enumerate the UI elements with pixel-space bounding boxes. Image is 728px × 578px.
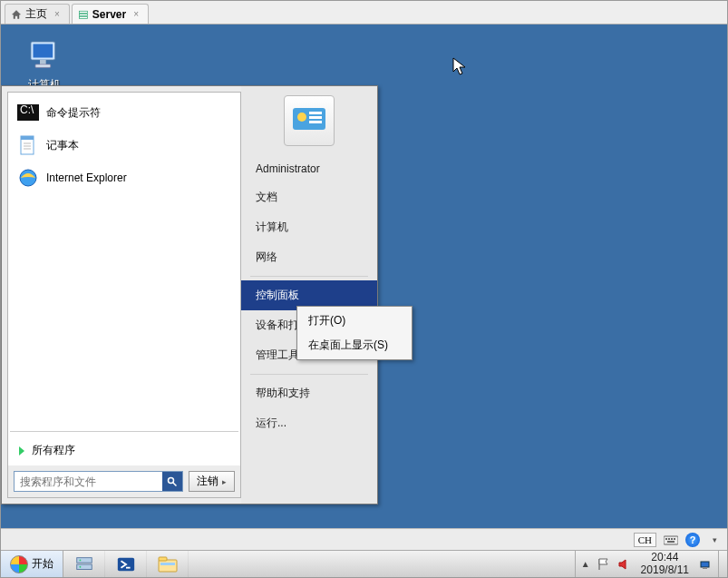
svg-rect-36 (159, 557, 167, 561)
arrow-right-icon (19, 446, 24, 456)
right-item-documents[interactable]: 文档 (241, 182, 377, 212)
svg-rect-28 (667, 541, 675, 543)
tray-clock[interactable]: 20:44 2019/8/11 (637, 552, 693, 575)
context-menu: 打开(O) 在桌面上显示(S) (296, 306, 413, 360)
svg-point-16 (169, 477, 174, 483)
server-icon (78, 9, 89, 20)
chevron-right-icon[interactable]: ▸ (222, 477, 227, 486)
svg-rect-1 (79, 14, 87, 15)
tab-server[interactable]: Server × (72, 4, 149, 24)
tab-label: 主页 (25, 6, 47, 22)
svg-point-32 (79, 565, 81, 567)
all-programs-button[interactable]: 所有程序 (8, 436, 240, 465)
tab-label: Server (92, 8, 126, 21)
right-item-user[interactable]: Administrator (241, 155, 377, 182)
program-item-cmd[interactable]: C:\ 命令提示符 (8, 96, 240, 129)
start-menu-left-pane: C:\ 命令提示符 记事本 Internet Ex (7, 92, 241, 498)
logoff-button[interactable]: 注销 ▸ (189, 471, 235, 492)
program-item-ie[interactable]: Internet Explorer (8, 162, 240, 194)
program-item-label: 记事本 (46, 138, 79, 153)
program-item-label: Internet Explorer (46, 171, 127, 184)
pinned-server-manager[interactable] (63, 551, 105, 577)
ime-bar: CH ? ▾ (1, 528, 727, 550)
svg-rect-5 (40, 60, 46, 64)
svg-rect-39 (703, 567, 707, 569)
start-search-row: 注销 ▸ (8, 465, 240, 497)
pinned-powershell[interactable] (105, 551, 147, 577)
ctx-open[interactable]: 打开(O) (299, 309, 410, 333)
svg-text:C:\: C:\ (20, 103, 34, 116)
svg-rect-29 (76, 557, 92, 563)
ie-icon (17, 167, 39, 189)
tray-time: 20:44 (641, 552, 689, 563)
right-item-help[interactable]: 帮助和支持 (241, 378, 377, 408)
tray-date: 2019/8/11 (641, 564, 689, 576)
tray-flag-icon[interactable] (597, 558, 610, 571)
svg-rect-24 (665, 538, 667, 540)
pinned-explorer[interactable] (147, 551, 189, 577)
tray-network-icon[interactable] (700, 558, 713, 571)
tray-volume-icon[interactable] (617, 558, 630, 571)
ime-options-chevron-icon[interactable]: ▾ (707, 533, 722, 547)
svg-point-31 (79, 559, 81, 561)
svg-rect-37 (160, 563, 175, 565)
divider (10, 431, 238, 432)
divider (250, 276, 368, 277)
mouse-cursor (452, 57, 467, 80)
svg-rect-38 (701, 562, 709, 567)
notepad-icon (17, 134, 39, 156)
home-icon (11, 9, 22, 20)
svg-rect-21 (309, 116, 322, 119)
svg-rect-30 (76, 564, 92, 570)
ime-language[interactable]: CH (634, 533, 656, 547)
windows-orb-icon (10, 555, 28, 573)
ctx-show-on-desktop[interactable]: 在桌面上显示(S) (299, 333, 410, 358)
svg-rect-0 (79, 11, 87, 13)
svg-rect-10 (21, 136, 34, 140)
tab-home[interactable]: 主页 × (5, 4, 70, 24)
svg-point-19 (297, 113, 306, 122)
right-item-computer[interactable]: 计算机 (241, 212, 377, 242)
svg-rect-35 (159, 560, 177, 572)
svg-rect-23 (664, 536, 678, 544)
close-icon[interactable]: × (54, 9, 60, 19)
system-tray: ▲ 20:44 2019/8/11 (575, 551, 718, 577)
desktop-icon-computer[interactable]: 计算机 (17, 37, 72, 93)
taskbar: 开始 ▲ 20:44 2019/8/11 (1, 550, 727, 577)
svg-rect-2 (79, 16, 87, 18)
svg-rect-27 (674, 538, 675, 540)
search-input[interactable] (15, 472, 162, 491)
svg-rect-6 (35, 64, 51, 67)
right-item-run[interactable]: 运行... (241, 408, 377, 438)
computer-icon (26, 37, 63, 73)
svg-rect-4 (34, 44, 53, 58)
user-picture[interactable] (284, 95, 335, 146)
start-button[interactable]: 开始 (1, 551, 63, 577)
start-label: 开始 (32, 556, 53, 572)
svg-line-17 (173, 482, 177, 485)
close-icon[interactable]: × (133, 9, 139, 19)
svg-rect-25 (668, 538, 670, 540)
svg-rect-26 (671, 538, 673, 540)
help-icon[interactable]: ? (685, 533, 700, 547)
cmd-icon: C:\ (17, 102, 39, 123)
divider (250, 374, 368, 375)
search-button[interactable] (162, 472, 182, 491)
tray-overflow-icon[interactable]: ▲ (581, 559, 590, 569)
program-item-notepad[interactable]: 记事本 (8, 129, 240, 162)
all-programs-label: 所有程序 (32, 443, 75, 458)
ime-keyboard-icon[interactable] (664, 533, 678, 547)
logoff-label: 注销 (197, 474, 218, 489)
start-menu: C:\ 命令提示符 记事本 Internet Ex (1, 85, 378, 505)
svg-rect-20 (309, 112, 322, 114)
app-tab-bar: 主页 × Server × (1, 1, 727, 24)
right-item-network[interactable]: 网络 (241, 242, 377, 272)
start-menu-right-pane: Administrator 文档 计算机 网络 控制面板 设备和打印机 管理工具… (241, 86, 377, 504)
svg-rect-22 (309, 121, 322, 123)
remote-desktop[interactable]: 计算机 C:\ 命令提示符 记事本 (1, 24, 727, 528)
show-desktop-button[interactable] (718, 551, 727, 577)
program-item-label: 命令提示符 (46, 105, 101, 121)
